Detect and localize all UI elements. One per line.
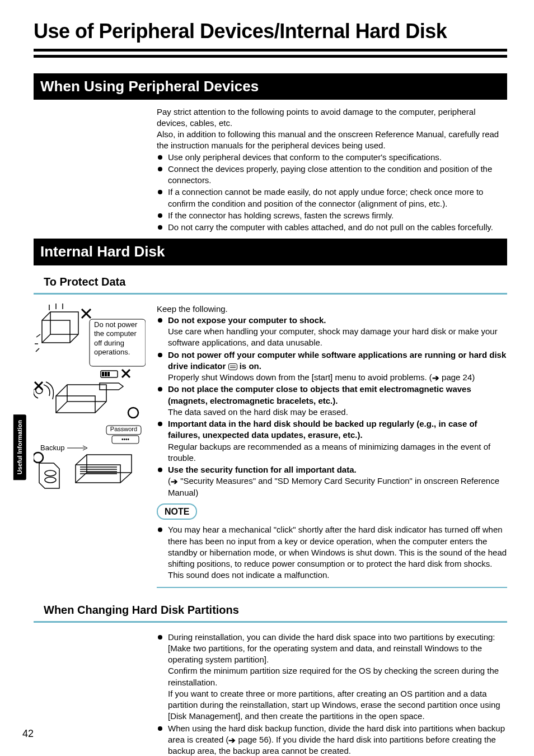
list-item: Do not power off your computer while sof… — [157, 349, 507, 384]
sub-heading-protect: To Protect Data — [34, 272, 507, 295]
svg-text:••••: •••• — [121, 436, 130, 442]
protect-intro: Keep the following. — [157, 304, 507, 315]
protect-data-illustration: Do not power the computer off during ope… — [34, 304, 146, 494]
note-separator — [157, 587, 507, 588]
protect-list: Do not expose your computer to shock. Us… — [157, 315, 507, 498]
item-text: During reinstallation, you can divide th… — [168, 632, 495, 665]
item-text: (➔ "Security Measures" and "SD Memory Ca… — [168, 476, 499, 497]
title-rule — [34, 55, 507, 58]
arrow-icon: ➔ — [432, 372, 439, 384]
note-list: You may hear a mechanical "click" shortl… — [157, 524, 507, 581]
item-text: When using the hard disk backup function… — [168, 724, 505, 756]
section1-intro1: Pay strict attention to the following po… — [157, 106, 507, 129]
list-item: Use the security function for all import… — [157, 464, 507, 498]
page-number: 42 — [22, 727, 34, 740]
fig-caption-power: Do not power the computer off during ope… — [94, 320, 143, 357]
list-item: When using the hard disk backup function… — [157, 723, 507, 756]
note-label: NOTE — [157, 503, 197, 520]
list-item: Do not place the computer close to objec… — [157, 384, 507, 418]
svg-point-11 — [128, 408, 138, 418]
sub-heading-partitions: When Changing Hard Disk Partitions — [34, 600, 507, 623]
partitions-list: During reinstallation, you can divide th… — [157, 632, 507, 756]
section1-list: Use only peripheral devices that conform… — [157, 152, 507, 234]
arrow-icon: ➔ — [171, 476, 178, 487]
protect-text-column: Keep the following. Do not expose your c… — [157, 304, 507, 588]
list-item: Connect the devices properly, paying clo… — [157, 164, 507, 186]
section1-body: Pay strict attention to the following po… — [157, 106, 507, 234]
fig-caption-password: Password — [106, 426, 141, 432]
item-text: The data saved on the hard disk may be e… — [168, 407, 348, 417]
svg-rect-4 — [105, 372, 107, 376]
fig-caption-backup: Backup — [40, 444, 66, 452]
note-item: You may hear a mechanical "click" shortl… — [157, 524, 507, 581]
item-bold: Do not place the computer close to objec… — [168, 384, 471, 405]
illustration-column: Do not power the computer off during ope… — [34, 304, 157, 497]
svg-rect-3 — [102, 372, 104, 376]
arrow-icon: ➔ — [228, 735, 236, 746]
section-heading-hdd: Internal Hard Disk — [34, 239, 507, 265]
item-bold: Do not expose your computer to shock. — [168, 315, 326, 325]
item-text: If you want to create three or more part… — [168, 689, 500, 721]
svg-point-20 — [34, 452, 43, 463]
partitions-body: During reinstallation, you can divide th… — [157, 632, 507, 756]
item-bold: Important data in the hard disk should b… — [168, 419, 477, 440]
item-text: Properly shut Windows down from the [sta… — [168, 372, 475, 382]
list-item: Do not carry the computer with cables at… — [157, 222, 507, 233]
svg-point-22 — [45, 477, 56, 483]
page-title: Use of Peripheral Devices/Internal Hard … — [34, 18, 507, 52]
svg-point-21 — [45, 470, 56, 476]
list-item: Use only peripheral devices that conform… — [157, 152, 507, 163]
section-heading-peripheral: When Using Peripheral Devices — [34, 73, 507, 100]
item-text: Confirm the minimum partition size requi… — [168, 666, 499, 687]
list-item: If a connection cannot be made easily, d… — [157, 186, 507, 209]
item-bold: Do not power off your computer while sof… — [168, 350, 506, 371]
item-text: Use care when handling your computer, sh… — [168, 326, 498, 347]
item-bold: Use the security function for all import… — [168, 465, 357, 474]
list-item: If the connector has holding screws, fas… — [157, 210, 507, 221]
section1-intro2: Also, in addition to following this manu… — [157, 129, 507, 152]
list-item: Important data in the hard disk should b… — [157, 418, 507, 464]
hdd-indicator-icon — [228, 363, 237, 370]
svg-rect-5 — [107, 372, 110, 376]
item-text: Regular backups are recommended as a mea… — [168, 442, 490, 463]
list-item: Do not expose your computer to shock. Us… — [157, 315, 507, 349]
list-item: During reinstallation, you can divide th… — [157, 632, 507, 722]
